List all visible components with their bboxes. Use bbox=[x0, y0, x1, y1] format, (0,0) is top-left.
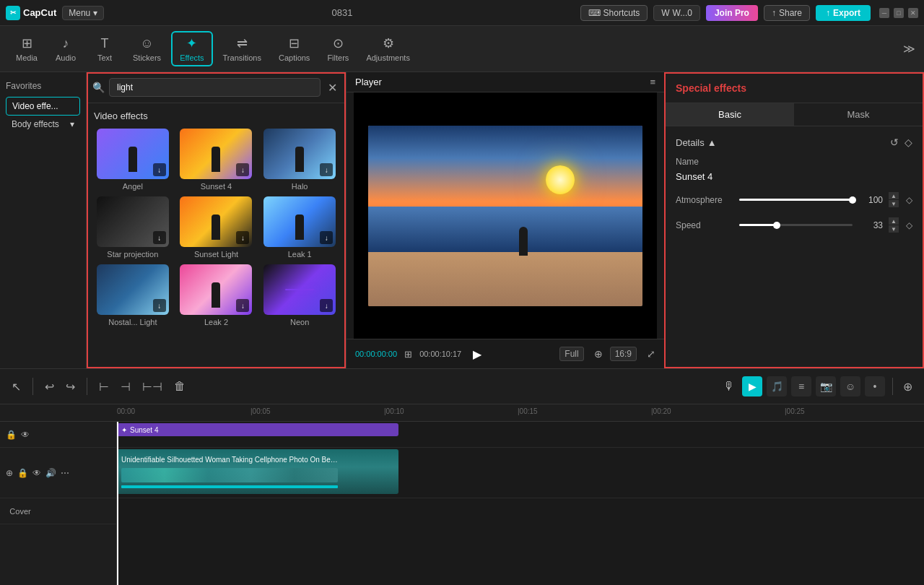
atmosphere-keyframe-icon[interactable]: ◇ bbox=[906, 195, 912, 205]
close-button[interactable]: ✕ bbox=[908, 8, 918, 18]
toolbar-expand-button[interactable]: ≫ bbox=[903, 42, 915, 56]
sidebar-item-video-effects[interactable]: Video effe... bbox=[6, 97, 80, 116]
full-button[interactable]: Full bbox=[559, 347, 583, 361]
effect-leak1[interactable]: ↓ Leak 1 bbox=[261, 196, 339, 259]
effect-star-projection[interactable]: ↓ Star projection bbox=[94, 196, 172, 259]
media-icon: ⊞ bbox=[22, 35, 32, 51]
undo-button[interactable]: ↩ bbox=[42, 377, 57, 396]
speed-fill bbox=[739, 224, 777, 226]
speed-row: Speed 33 ▲ ▼ ◇ bbox=[676, 217, 912, 233]
video-clip-label: Unidentifiable Silhouetted Woman Taking … bbox=[121, 456, 338, 464]
tool-media[interactable]: ⊞ Media bbox=[9, 32, 45, 65]
sidebar-item-body-effects[interactable]: Body effects ▾ bbox=[6, 116, 80, 133]
tool-audio[interactable]: ♪ Audio bbox=[48, 33, 84, 65]
player-menu-icon[interactable]: ≡ bbox=[650, 77, 655, 87]
effect-name-star: Star projection bbox=[107, 250, 158, 259]
minimize-button[interactable]: ─ bbox=[879, 8, 889, 18]
atmosphere-increment[interactable]: ▲ bbox=[889, 192, 899, 199]
effect-sunset-light[interactable]: ↓ Sunset Light bbox=[178, 196, 256, 259]
more-icon[interactable]: ⋯ bbox=[61, 468, 69, 478]
bullet-icon[interactable]: • bbox=[865, 376, 885, 396]
join-pro-button[interactable]: Join Pro bbox=[706, 5, 758, 21]
effect-clip[interactable]: ✦ Sunset 4 bbox=[117, 423, 398, 436]
tool-stickers[interactable]: ☺ Stickers bbox=[126, 33, 168, 65]
download-icon[interactable]: ↓ bbox=[320, 231, 333, 244]
effects-panel: 🔍 ✕ Video effects ↓ Angel ↓ bbox=[87, 72, 346, 368]
mic-icon[interactable]: 🎙 bbox=[720, 377, 738, 396]
tool-transitions[interactable]: ⇌ Transitions bbox=[216, 32, 269, 65]
split-button[interactable]: ⊢ bbox=[96, 377, 112, 396]
playhead[interactable] bbox=[117, 422, 118, 585]
effect-nostallight[interactable]: ↓ Nostal... Light bbox=[94, 264, 172, 326]
audio-track-icon[interactable]: ≡ bbox=[791, 376, 811, 396]
reset-icon[interactable]: ↺ bbox=[890, 136, 899, 148]
speed-decrement[interactable]: ▼ bbox=[889, 225, 899, 233]
download-icon[interactable]: ↓ bbox=[320, 299, 333, 312]
select-tool[interactable]: ↖ bbox=[9, 377, 24, 396]
workspace-label: W...0 bbox=[673, 8, 692, 18]
camera-icon[interactable]: 📷 bbox=[816, 376, 836, 396]
tool-text[interactable]: T Text bbox=[87, 33, 123, 65]
download-icon[interactable]: ↓ bbox=[236, 163, 249, 176]
fullscreen-icon[interactable]: ⤢ bbox=[647, 348, 655, 360]
tool-effects[interactable]: ✦ Effects bbox=[171, 31, 212, 66]
crop-icon[interactable]: ⊕ bbox=[594, 348, 603, 360]
share-button[interactable]: ↑ Share bbox=[764, 5, 810, 21]
visibility-icon[interactable]: 👁 bbox=[21, 430, 30, 440]
delete-button[interactable]: 🗑 bbox=[171, 377, 188, 396]
tool-captions[interactable]: ⊟ Captions bbox=[271, 32, 317, 65]
download-icon[interactable]: ↓ bbox=[153, 231, 166, 244]
add-track-button[interactable]: ⊕ bbox=[900, 377, 915, 396]
video-clip[interactable]: Unidentifiable Silhouetted Woman Taking … bbox=[117, 449, 398, 494]
tab-basic[interactable]: Basic bbox=[666, 103, 794, 126]
download-icon[interactable]: ↓ bbox=[153, 299, 166, 312]
redo-button[interactable]: ↪ bbox=[63, 377, 78, 396]
effect-leak2[interactable]: ↓ Leak 2 bbox=[178, 264, 256, 326]
window-controls: ─ □ ✕ bbox=[879, 8, 918, 18]
visibility-icon-2[interactable]: 👁 bbox=[32, 468, 41, 478]
separator-1 bbox=[32, 378, 33, 395]
speed-thumb bbox=[773, 222, 780, 229]
effect-neon[interactable]: ↓ Neon bbox=[261, 264, 339, 326]
speed-slider[interactable] bbox=[739, 224, 853, 226]
effect-thumb-halo: ↓ bbox=[263, 129, 336, 179]
search-input[interactable] bbox=[109, 78, 321, 97]
atmosphere-decrement[interactable]: ▼ bbox=[889, 200, 899, 207]
effect-halo[interactable]: ↓ Halo bbox=[261, 129, 339, 191]
tool-adjustments[interactable]: ⚙ Adjustments bbox=[359, 32, 417, 65]
close-icon[interactable]: ✕ bbox=[325, 81, 340, 95]
tab-mask[interactable]: Mask bbox=[794, 103, 923, 126]
workspace-button[interactable]: W W...0 bbox=[653, 5, 700, 21]
download-icon[interactable]: ↓ bbox=[236, 231, 249, 244]
tool-filters[interactable]: ⊙ Filters bbox=[320, 32, 356, 65]
ruler-mark-0: 00:00 bbox=[117, 407, 135, 415]
effect-sunset4[interactable]: ↓ Sunset 4 bbox=[178, 129, 256, 191]
trim-end-button[interactable]: ⊢⊣ bbox=[139, 377, 165, 396]
diamond-icon[interactable]: ◇ bbox=[905, 136, 912, 148]
lock-icon[interactable]: 🔒 bbox=[6, 430, 17, 440]
video-track-icon[interactable]: ▶ bbox=[742, 376, 762, 396]
download-icon[interactable]: ↓ bbox=[153, 163, 166, 176]
speed-label: Speed bbox=[676, 220, 733, 230]
play-button[interactable]: ▶ bbox=[468, 345, 486, 363]
menu-button[interactable]: Menu ▾ bbox=[62, 6, 104, 20]
download-icon[interactable]: ↓ bbox=[236, 299, 249, 312]
trim-start-button[interactable]: ⊣ bbox=[118, 377, 134, 396]
shortcuts-button[interactable]: ⌨ Shortcuts bbox=[580, 5, 648, 21]
ratio-button[interactable]: 16:9 bbox=[610, 347, 637, 361]
audio-icon-2[interactable]: 🔊 bbox=[45, 468, 56, 478]
effect-angel[interactable]: ↓ Angel bbox=[94, 129, 172, 191]
speed-keyframe-icon[interactable]: ◇ bbox=[906, 220, 912, 230]
maximize-button[interactable]: □ bbox=[894, 8, 904, 18]
player-video bbox=[354, 92, 657, 339]
track-add-icon[interactable]: ⊕ bbox=[6, 468, 13, 478]
atmosphere-slider[interactable] bbox=[739, 199, 853, 201]
effect-name-sunset4: Sunset 4 bbox=[201, 182, 232, 191]
sticker-timeline-icon[interactable]: ☺ bbox=[840, 376, 860, 396]
speed-increment[interactable]: ▲ bbox=[889, 217, 899, 225]
download-icon[interactable]: ↓ bbox=[320, 163, 333, 176]
lock-icon-2[interactable]: 🔒 bbox=[17, 468, 28, 478]
export-button[interactable]: ↑ Export bbox=[816, 5, 871, 21]
right-panel-tabs: Basic Mask bbox=[666, 103, 923, 126]
video-audio-icon[interactable]: 🎵 bbox=[767, 376, 787, 396]
